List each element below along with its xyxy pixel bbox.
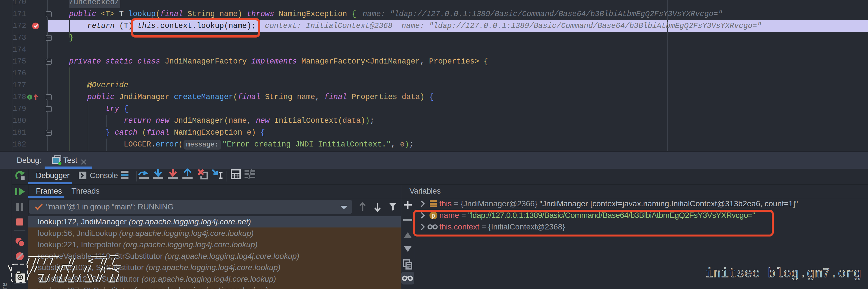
svg-text:I: I [29, 95, 30, 99]
